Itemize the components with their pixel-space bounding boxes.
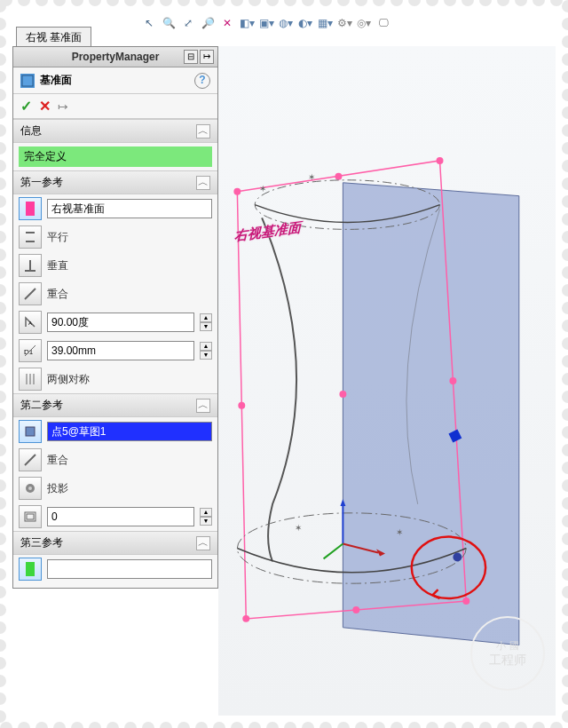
svg-rect-17: [27, 514, 34, 519]
symmetric-icon[interactable]: [19, 368, 42, 391]
svg-rect-12: [26, 427, 35, 436]
ref2-selection-input[interactable]: 点5@草图1: [47, 422, 212, 441]
svg-point-26: [352, 606, 359, 613]
angle-spinner[interactable]: ▲▼: [200, 313, 212, 331]
svg-text:✶: ✶: [259, 184, 266, 194]
svg-line-39: [324, 544, 343, 559]
distance-icon[interactable]: D1: [19, 339, 42, 362]
coincident-icon[interactable]: [19, 282, 42, 305]
svg-point-27: [238, 402, 245, 409]
svg-text:A: A: [28, 320, 32, 326]
coincident-label: 重合: [47, 287, 68, 302]
zoom-prev-icon[interactable]: 🔍: [162, 16, 176, 30]
zoom-fit-icon[interactable]: ⤢: [181, 16, 195, 30]
view-toolbar: ↖ 🔍 ⤢ 🔎 ✕ ◧▾ ▣▾ ◍▾ ◐▾ ▦▾ ⚙▾ ◎▾ 🖵: [142, 16, 390, 30]
svg-point-28: [339, 391, 346, 398]
ref3-selection-icon[interactable]: [19, 558, 42, 581]
svg-point-15: [28, 487, 32, 490]
status-badge: 完全定义: [19, 146, 212, 167]
svg-line-13: [25, 455, 36, 465]
ok-button[interactable]: ✓: [20, 98, 32, 115]
hide-show-icon[interactable]: ◍▾: [279, 16, 293, 30]
zoom-area-icon[interactable]: 🔎: [201, 16, 215, 30]
arrow-icon[interactable]: ↖: [142, 16, 156, 30]
svg-point-23: [242, 615, 249, 622]
coincident2-label: 重合: [47, 453, 68, 468]
ref2-selection-icon[interactable]: [19, 420, 42, 443]
chevron-up-icon: ︿: [196, 399, 210, 413]
ref2-value-icon[interactable]: [19, 505, 42, 528]
coincident2-icon[interactable]: [19, 448, 42, 471]
svg-text:✶: ✶: [308, 172, 315, 182]
chevron-up-icon: ︿: [196, 124, 210, 138]
svg-point-21: [437, 157, 444, 164]
parallel-label: 平行: [47, 230, 68, 245]
svg-marker-18: [343, 183, 518, 645]
parallel-icon[interactable]: [19, 226, 42, 249]
chevron-up-icon: ︿: [196, 536, 210, 550]
help-icon[interactable]: ?: [194, 73, 210, 89]
ref3-selection-input[interactable]: [47, 559, 212, 579]
symmetric-label: 两侧对称: [47, 372, 90, 387]
screen-icon[interactable]: 🖵: [376, 16, 390, 30]
section-icon[interactable]: ✕: [220, 16, 234, 30]
pm-pin-icon[interactable]: ↦: [200, 50, 214, 64]
appearance-icon[interactable]: ◐▾: [298, 16, 312, 30]
svg-point-24: [335, 173, 342, 180]
ref2-spinner[interactable]: ▲▼: [200, 508, 212, 526]
svg-line-5: [25, 289, 36, 299]
cancel-button[interactable]: ✕: [39, 98, 51, 115]
ref2-header[interactable]: 第二参考 ︿: [13, 393, 217, 417]
perpendicular-icon[interactable]: [19, 254, 42, 277]
svg-rect-0: [22, 75, 33, 86]
graphics-viewport[interactable]: ✶ ✶ ✶ ✶ 右视基准面 小 國 工程师: [218, 46, 556, 716]
settings-icon[interactable]: ⚙▾: [337, 16, 351, 30]
property-manager-panel: PropertyManager ⊟ ↦ 基准面 ? ✓ ✕ ↦ 信息 ︿ 完全定…: [12, 46, 218, 589]
render-icon[interactable]: ◎▾: [357, 16, 371, 30]
angle-input[interactable]: [47, 313, 194, 332]
action-row: ✓ ✕ ↦: [13, 94, 217, 119]
ref1-selection-input[interactable]: [47, 199, 212, 218]
distance-input[interactable]: [47, 341, 194, 360]
ref1-selection-icon[interactable]: [19, 197, 42, 220]
watermark: 小 國 工程师: [470, 616, 545, 691]
project-label: 投影: [47, 481, 68, 496]
svg-text:✶: ✶: [295, 523, 302, 533]
angle-icon[interactable]: A: [19, 311, 42, 334]
svg-point-40: [453, 552, 462, 561]
plane-feature-icon: [20, 74, 35, 88]
chevron-up-icon: ︿: [196, 176, 210, 190]
ref2-value-input[interactable]: [47, 507, 194, 526]
ref1-header[interactable]: 第一参考 ︿: [13, 170, 217, 194]
pushpin-button[interactable]: ↦: [58, 99, 68, 114]
display-style-icon[interactable]: ▣▾: [259, 16, 273, 30]
perpendicular-label: 垂直: [47, 258, 68, 273]
svg-text:✶: ✶: [396, 527, 403, 537]
project-icon[interactable]: [19, 477, 42, 500]
feature-name-row: 基准面 ?: [13, 67, 217, 94]
scene-icon[interactable]: ▦▾: [318, 16, 332, 30]
ref3-header[interactable]: 第三参考 ︿: [13, 531, 217, 555]
pm-split-icon[interactable]: ⊟: [184, 50, 198, 64]
model-canvas[interactable]: ✶ ✶ ✶ ✶: [218, 46, 556, 716]
svg-point-20: [233, 188, 241, 195]
info-header[interactable]: 信息 ︿: [13, 119, 217, 143]
pm-header: PropertyManager ⊟ ↦: [13, 47, 217, 67]
svg-point-25: [449, 377, 456, 384]
view-orient-icon[interactable]: ◧▾: [240, 16, 254, 30]
distance-spinner[interactable]: ▲▼: [200, 342, 212, 360]
svg-point-22: [462, 597, 469, 605]
feature-name: 基准面: [40, 73, 72, 88]
